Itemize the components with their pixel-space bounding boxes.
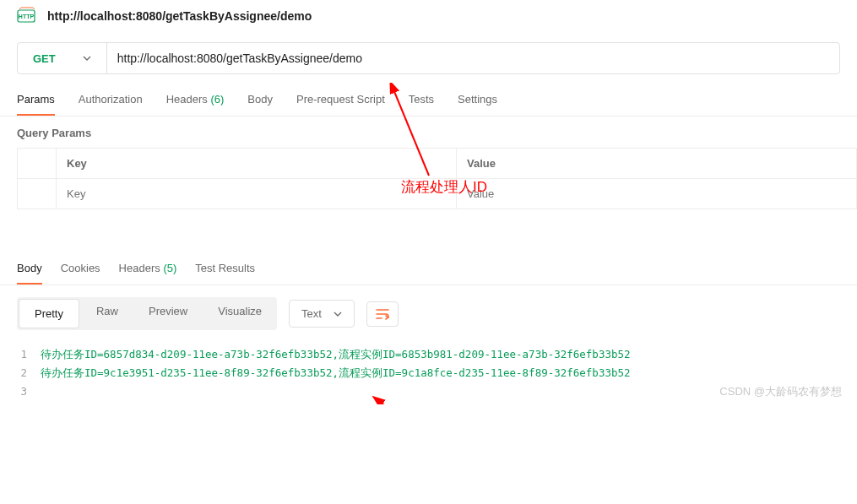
wrap-toggle-button[interactable]	[366, 301, 399, 327]
key-header: Key	[57, 149, 457, 179]
resp-tab-test-results[interactable]: Test Results	[195, 262, 255, 285]
tab-headers[interactable]: Headers (6)	[166, 93, 225, 116]
response-tabs: Body Cookies Headers (5) Test Results	[0, 213, 857, 285]
view-mode-preview[interactable]: Preview	[133, 297, 203, 330]
header-row: HTTP http://localhost:8080/getTaskByAssi…	[0, 0, 857, 32]
format-label: Text	[301, 307, 322, 320]
method-label: GET	[33, 52, 56, 65]
svg-text:HTTP: HTTP	[19, 14, 35, 19]
tab-tests[interactable]: Tests	[409, 93, 434, 116]
chevron-down-icon	[334, 312, 342, 317]
tab-prerequest[interactable]: Pre-request Script	[296, 93, 385, 116]
format-select[interactable]: Text	[289, 300, 355, 328]
resp-tab-cookies[interactable]: Cookies	[61, 262, 100, 285]
params-row[interactable]	[18, 179, 857, 209]
key-input[interactable]	[67, 187, 446, 200]
header-url: http://localhost:8080/getTaskByAssignee/…	[47, 9, 312, 23]
request-bar: GET	[17, 42, 840, 74]
tab-body[interactable]: Body	[247, 93, 273, 116]
url-input[interactable]	[107, 43, 839, 73]
value-header: Value	[457, 149, 857, 179]
view-modes: Pretty Raw Preview Visualize	[17, 297, 277, 330]
watermark: CSDN @大龄码农有梦想	[719, 384, 842, 399]
response-toolbar: Pretty Raw Preview Visualize Text	[0, 285, 857, 342]
tab-params[interactable]: Params	[17, 93, 55, 116]
view-mode-raw[interactable]: Raw	[81, 297, 133, 330]
tab-settings[interactable]: Settings	[458, 93, 497, 116]
response-line: 2待办任务ID=9c1e3951-d235-11ee-8f89-32f6efb3…	[17, 364, 840, 382]
tab-authorization[interactable]: Authorization	[79, 93, 143, 116]
request-tabs: Params Authorization Headers (6) Body Pr…	[0, 74, 857, 117]
wrap-icon	[376, 308, 389, 320]
response-line: 3	[17, 382, 840, 401]
value-input[interactable]	[467, 187, 846, 200]
resp-tab-headers[interactable]: Headers (5)	[119, 262, 177, 285]
response-line: 1待办任务ID=6857d834-d209-11ee-a73b-32f6efb3…	[17, 345, 840, 364]
chevron-down-icon	[83, 56, 91, 61]
query-params-label: Query Params	[0, 117, 857, 148]
view-mode-visualize[interactable]: Visualize	[203, 297, 277, 330]
http-icon: HTTP	[17, 7, 35, 25]
params-table: Key Value	[17, 148, 857, 209]
params-checkbox-header	[18, 149, 57, 179]
resp-tab-body[interactable]: Body	[17, 262, 42, 285]
view-mode-pretty[interactable]: Pretty	[19, 300, 79, 328]
method-select[interactable]: GET	[18, 43, 107, 73]
